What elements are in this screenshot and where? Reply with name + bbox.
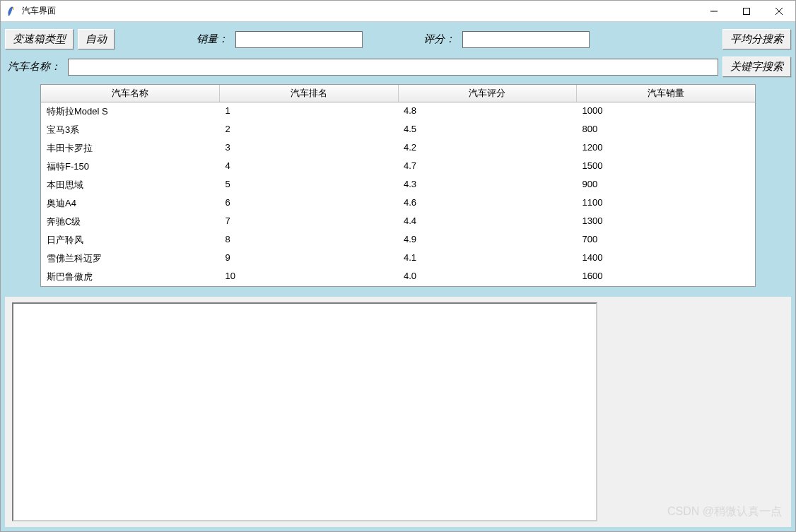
table-cell-rank: 8	[220, 232, 399, 248]
table-cell-name: 斯巴鲁傲虎	[41, 269, 220, 285]
header-name[interactable]: 汽车名称	[41, 85, 220, 102]
close-button[interactable]	[763, 1, 795, 21]
main-window: 汽车界面 变速箱类型 自动 销量： 评分： 平均分搜索	[0, 0, 796, 532]
table-cell-name: 本田思域	[41, 177, 220, 193]
avg-score-search-button[interactable]: 平均分搜索	[722, 29, 791, 49]
table-cell-rating: 4.1	[398, 251, 577, 266]
table-cell-name: 雪佛兰科迈罗	[41, 251, 220, 266]
table-row[interactable]: 本田思域54.3900	[41, 176, 755, 194]
table-body: 特斯拉Model S14.81000宝马3系24.5800丰田卡罗拉34.212…	[41, 102, 755, 286]
table-cell-sales: 1600	[577, 269, 756, 285]
table-cell-sales: 1100	[577, 196, 756, 211]
table-cell-name: 奥迪A4	[41, 196, 220, 211]
table-cell-rank: 5	[220, 177, 399, 193]
table-row[interactable]: 斯巴鲁傲虎104.01600	[41, 268, 755, 286]
table-cell-rating: 4.2	[398, 141, 577, 156]
table-cell-sales: 1300	[577, 214, 756, 230]
table-cell-rank: 2	[220, 122, 399, 138]
table-row[interactable]: 宝马3系24.5800	[41, 121, 755, 139]
output-text-area[interactable]	[12, 302, 597, 521]
gearbox-type-button[interactable]: 变速箱类型	[5, 29, 74, 49]
table-cell-name: 丰田卡罗拉	[41, 141, 220, 156]
filter-row-1: 变速箱类型 自动 销量： 评分： 平均分搜索	[5, 29, 791, 49]
table-cell-rank: 9	[220, 251, 399, 266]
table-cell-rating: 4.5	[398, 122, 577, 138]
table-cell-rating: 4.6	[398, 196, 577, 211]
header-sales[interactable]: 汽车销量	[577, 85, 755, 102]
table-cell-rating: 4.4	[398, 214, 577, 230]
table-cell-name: 福特F-150	[41, 159, 220, 175]
table-cell-rating: 4.8	[398, 104, 577, 119]
header-rank[interactable]: 汽车排名	[220, 85, 399, 102]
table-cell-sales: 1500	[577, 159, 756, 175]
table-cell-sales: 1400	[577, 251, 756, 266]
titlebar: 汽车界面	[1, 1, 795, 22]
table-cell-name: 特斯拉Model S	[41, 104, 220, 119]
table-cell-name: 奔驰C级	[41, 214, 220, 230]
table-cell-rating: 4.3	[398, 177, 577, 193]
table-cell-rank: 7	[220, 214, 399, 230]
table-cell-sales: 900	[577, 177, 756, 193]
table-row[interactable]: 特斯拉Model S14.81000	[41, 102, 755, 121]
table-cell-rank: 6	[220, 196, 399, 211]
sales-input[interactable]	[235, 31, 363, 48]
table-cell-rank: 4	[220, 159, 399, 175]
table-cell-name: 宝马3系	[41, 122, 220, 138]
car-table[interactable]: 汽车名称 汽车排名 汽车评分 汽车销量 特斯拉Model S14.81000宝马…	[40, 84, 756, 287]
table-cell-sales: 1000	[577, 104, 756, 119]
table-cell-rating: 4.7	[398, 159, 577, 175]
table-header: 汽车名称 汽车排名 汽车评分 汽车销量	[41, 85, 755, 102]
minimize-button[interactable]	[698, 1, 730, 21]
sales-label: 销量：	[194, 30, 231, 49]
car-name-label: 汽车名称：	[5, 57, 64, 76]
table-row[interactable]: 雪佛兰科迈罗94.11400	[41, 249, 755, 268]
svg-rect-1	[744, 8, 750, 14]
car-name-input[interactable]	[68, 59, 718, 76]
table-cell-rank: 10	[220, 269, 399, 285]
window-title: 汽车界面	[22, 5, 56, 17]
app-icon	[6, 6, 18, 17]
rating-input[interactable]	[462, 31, 590, 48]
maximize-button[interactable]	[730, 1, 763, 21]
table-cell-rank: 3	[220, 141, 399, 156]
window-controls	[698, 1, 795, 21]
filter-row-2: 汽车名称： 关键字搜索	[5, 57, 791, 77]
table-cell-sales: 800	[577, 122, 756, 138]
keyword-search-button[interactable]: 关键字搜索	[722, 57, 791, 77]
table-row[interactable]: 日产聆风84.9700	[41, 231, 755, 249]
table-cell-sales: 700	[577, 232, 756, 248]
rating-label: 评分：	[421, 30, 458, 49]
content-area: 变速箱类型 自动 销量： 评分： 平均分搜索 汽车名称： 关键字搜索 汽车名称 …	[1, 22, 795, 531]
table-cell-sales: 1200	[577, 141, 756, 156]
gearbox-auto-button[interactable]: 自动	[78, 29, 115, 49]
table-row[interactable]: 丰田卡罗拉34.21200	[41, 139, 755, 158]
table-cell-rating: 4.0	[398, 269, 577, 285]
table-cell-rating: 4.9	[398, 232, 577, 248]
table-row[interactable]: 奔驰C级74.41300	[41, 213, 755, 231]
table-cell-rank: 1	[220, 104, 399, 119]
table-cell-name: 日产聆风	[41, 232, 220, 248]
table-row[interactable]: 福特F-15044.71500	[41, 158, 755, 176]
table-row[interactable]: 奥迪A464.61100	[41, 194, 755, 213]
bottom-panel	[5, 297, 791, 527]
header-rating[interactable]: 汽车评分	[399, 85, 578, 102]
